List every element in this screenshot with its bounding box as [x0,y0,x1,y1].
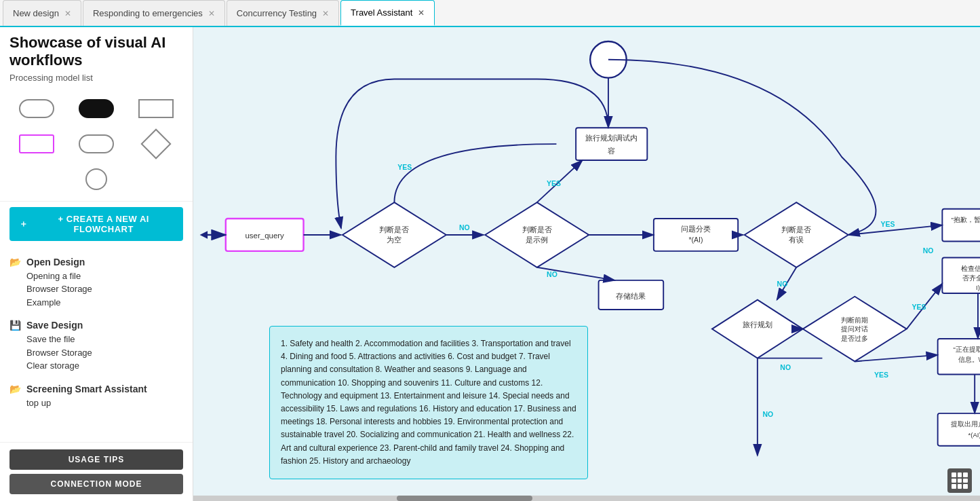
create-flowchart-button[interactable]: ＋ + CREATE A NEW AI FLOWCHART [9,207,183,241]
svg-text:NO: NO [780,363,791,371]
svg-text:YES: YES [912,303,926,311]
svg-text:user_query: user_query [245,231,284,240]
svg-text:*(AI): *(AI) [968,431,980,439]
svg-text:YES: YES [881,220,895,228]
svg-text:判断是否: 判断是否 [781,225,811,234]
shape-palette [0,87,193,202]
svg-text:检查信息是: 检查信息是 [961,265,980,272]
canvas-area[interactable]: user_query 判断是否 为空 判断是否 是示例 旅行规划调试内 容 存储… [193,27,980,501]
nav-open-design[interactable]: 📂 Open Design Opening a file Browser Sto… [9,253,183,312]
plus-icon: ＋ [19,218,28,230]
info-box: 1. Safety and health 2. Accommodation an… [269,326,588,479]
svg-marker-43 [200,231,208,238]
nav-section-save: 💾 Save Design Save the file Browser Stor… [0,314,193,377]
svg-text:"抱歉，暂时无法回答这个: "抱歉，暂时无法回答这个 [951,216,980,223]
svg-rect-10 [576,128,647,160]
close-tab-concurrency[interactable]: ✕ [322,9,329,18]
svg-text:NO: NO [459,223,470,231]
canvas-scrollbar[interactable] [193,496,980,501]
nav-section-screening: 📂 Screening Smart Assistant top up [0,377,193,415]
svg-rect-37 [938,413,980,446]
nav-section-open: 📂 Open Design Opening a file Browser Sto… [0,250,193,314]
svg-text:旅行规划调试内: 旅行规划调试内 [585,134,638,142]
main-layout: Showcase of visual AIworkflows Processin… [0,27,980,501]
save-icon: 💾 [9,320,21,331]
svg-text:否齐全 *(A: 否齐全 *(A [962,274,980,282]
sidebar-subtitle: Processing model list [9,73,183,83]
svg-text:容: 容 [608,147,615,155]
svg-rect-31 [942,209,980,242]
tab-bar: New design ✕ Responding to emergencies ✕… [0,0,980,27]
folder-icon: 📂 [9,257,21,267]
svg-text:"正在提取相关: "正在提取相关 [953,346,980,353]
nav-screening[interactable]: 📂 Screening Smart Assistant top up [9,380,183,412]
svg-text:判断是否: 判断是否 [379,225,409,234]
svg-text:是示例: 是示例 [526,236,548,244]
shape-hex-pink-item[interactable] [9,129,64,159]
shape-rounded-filled-item[interactable] [69,94,123,124]
svg-text:*(AI): *(AI) [689,236,703,244]
svg-text:YES: YES [397,163,412,171]
svg-text:存储结果: 存储结果 [616,292,646,300]
connection-mode-button[interactable]: CONNECTION MODE [9,474,183,494]
svg-marker-21 [712,300,803,358]
shape-circle-item[interactable] [69,164,123,194]
canvas-scrollbar-thumb [397,496,532,501]
svg-text:旅行规划: 旅行规划 [743,320,772,329]
svg-text:问题分类: 问题分类 [681,225,711,233]
grid-view-icon[interactable] [947,468,972,493]
tab-concurrency[interactable]: Concurrency Testing ✕ [227,0,339,26]
svg-line-60 [855,355,937,362]
svg-text:信息。\n\n": 信息。\n\n" [958,356,980,363]
shape-hex-item[interactable] [69,129,123,159]
svg-text:判断前期: 判断前期 [841,316,868,324]
svg-text:有误: 有误 [789,236,804,244]
close-tab-responding[interactable]: ✕ [208,9,215,18]
tab-new-design[interactable]: New design ✕ [3,0,81,26]
svg-text:是否过多: 是否过多 [841,335,868,342]
tab-travel-assistant[interactable]: Travel Assistant ✕ [340,0,435,26]
sidebar: Showcase of visual AIworkflows Processin… [0,27,193,501]
info-box-text: 1. Safety and health 2. Accommodation an… [281,337,576,468]
app-title: Showcase of visual AIworkflows [9,34,183,70]
folder2-icon: 📂 [9,384,21,394]
svg-marker-18 [745,202,848,267]
svg-marker-7 [485,202,589,267]
sidebar-footer: USAGE TIPS CONNECTION MODE [0,442,193,501]
svg-text:NO: NO [923,246,934,255]
svg-text:NO: NO [763,410,774,418]
svg-text:提问对话: 提问对话 [841,325,868,333]
svg-text:YES: YES [547,179,561,187]
svg-text:为空: 为空 [387,236,401,244]
close-tab-new-design[interactable]: ✕ [64,9,71,18]
svg-text:YES: YES [874,371,888,379]
shape-rect-item[interactable] [129,94,183,124]
svg-rect-15 [654,219,738,251]
nav-save-design[interactable]: 💾 Save Design Save the file Browser Stor… [9,316,183,375]
sidebar-nav: 📂 Open Design Opening a file Browser Sto… [0,246,193,442]
shape-diamond-item[interactable] [129,129,183,159]
svg-text:判断是否: 判断是否 [522,225,552,234]
usage-tips-button[interactable]: USAGE TIPS [9,449,183,470]
shape-rounded-item[interactable] [9,94,64,124]
svg-text:NO: NO [547,270,557,278]
svg-marker-4 [342,202,446,267]
sidebar-header: Showcase of visual AIworkflows Processin… [0,27,193,87]
tab-responding[interactable]: Responding to emergencies ✕ [83,0,225,26]
svg-text:I): I) [976,284,980,291]
svg-text:NO: NO [777,280,788,288]
svg-text:提取出用户信息: 提取出用户信息 [951,420,980,428]
close-tab-travel[interactable]: ✕ [418,8,425,18]
